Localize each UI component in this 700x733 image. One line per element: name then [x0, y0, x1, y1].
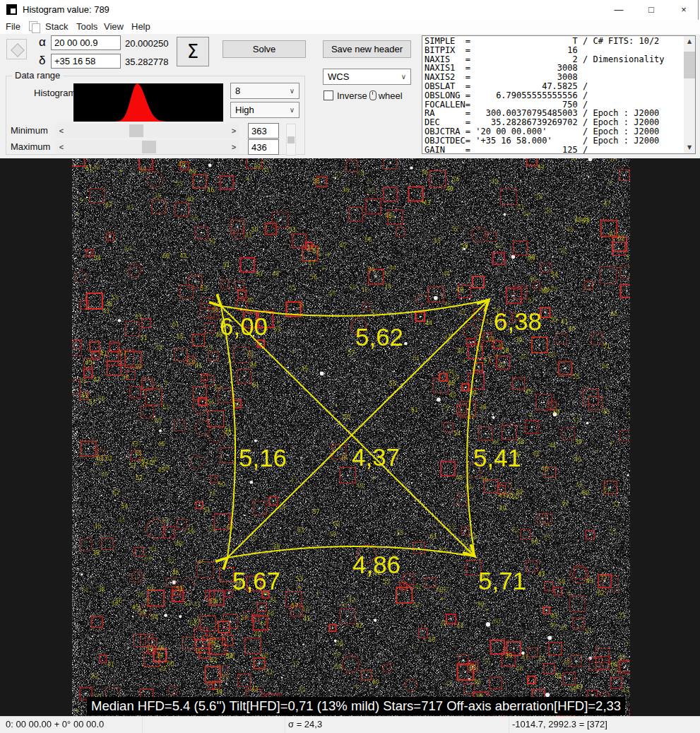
slider-right-arrow-icon[interactable]: > [228, 124, 239, 138]
minimum-value-input[interactable] [248, 123, 279, 139]
minimum-slider-thumb[interactable] [129, 124, 143, 137]
toolbar: α 20.000250 δ 35.282778 Σ Solve Save new… [0, 34, 700, 158]
stack-pages-icon[interactable] [29, 21, 40, 33]
scroll-up-icon[interactable]: ▲ [684, 36, 695, 47]
diamond-icon [11, 43, 25, 57]
delta-label: δ [39, 54, 45, 68]
chevron-down-icon: ∨ [290, 83, 295, 98]
data-range-group-label: Data range [12, 70, 63, 81]
slider-left-arrow-icon[interactable]: < [56, 140, 67, 154]
fits-header-text: SIMPLE = T / C# FITS: 10/2 BITPIX = 16 N… [422, 36, 695, 154]
range-select[interactable]: 8 ∨ [230, 83, 299, 99]
histogram-peak [73, 83, 223, 122]
dec-input[interactable] [51, 54, 121, 69]
chevron-down-icon: ∨ [290, 102, 295, 117]
maximum-slider[interactable]: < > [56, 140, 239, 154]
menu-bar: File Stack Tools View Help [0, 20, 700, 34]
scrollbar-thumb[interactable] [684, 52, 695, 78]
hfd-summary-text: Median HFD=5.4 (5.6'') Tilt[HFD]=0,71 (1… [87, 697, 625, 715]
inverse-wheel-row: Inversewheel [324, 90, 403, 102]
minimum-label: Minimum [11, 125, 48, 136]
maximize-button[interactable]: □ [635, 0, 668, 20]
maximum-slider-thumb[interactable] [142, 141, 156, 153]
alpha-label: α [39, 35, 46, 49]
title-bar[interactable]: Histogram value: 789 — □ × [0, 0, 700, 20]
minimize-button[interactable]: — [603, 0, 635, 20]
status-coordinates: 0: 00 00.00 + 0° 00 00.0 [0, 717, 143, 733]
histogram-label: Histogram: [34, 88, 78, 98]
save-new-header-button[interactable]: Save new header [323, 40, 411, 58]
window-controls: — □ × [603, 0, 700, 20]
status-sigma: σ = 24,3 [285, 717, 509, 733]
histogram-display [73, 83, 223, 122]
dec-degrees: 35.282778 [125, 57, 168, 67]
menu-tools[interactable]: Tools [76, 20, 97, 34]
scroll-down-icon[interactable]: ▼ [684, 142, 695, 153]
wcs-selected-value: WCS [328, 71, 349, 82]
chevron-down-icon: ∨ [401, 69, 406, 84]
sigma-button[interactable]: Σ [177, 37, 209, 66]
fits-scrollbar[interactable]: ▲ ▼ [684, 36, 695, 153]
menu-stack[interactable]: Stack [45, 20, 69, 34]
ra-degrees: 20.000250 [125, 38, 168, 49]
inverse-wheel-label-post: wheel [379, 90, 403, 101]
maximum-label: Maximum [11, 141, 50, 152]
menu-help[interactable]: Help [131, 20, 150, 34]
mouse-icon [369, 90, 376, 100]
ra-input[interactable] [51, 35, 121, 50]
status-spacer [143, 717, 285, 733]
status-position: -1014.7, 2992.3 = [372] [509, 717, 700, 733]
fits-header-panel[interactable]: SIMPLE = T / C# FITS: 10/2 BITPIX = 16 N… [422, 35, 696, 154]
app-icon [6, 4, 17, 15]
wcs-select[interactable]: WCS ∨ [323, 69, 411, 85]
data-range-group: Data range Histogram: 8 ∨ High ∨ Minimum… [6, 76, 305, 155]
application-window: Histogram value: 789 — □ × File Stack To… [0, 0, 700, 733]
menu-view[interactable]: View [104, 20, 124, 34]
navigate-button[interactable] [6, 39, 27, 59]
status-bar: 0: 00 00.00 + 0° 00 00.0 σ = 24,3 -1014.… [0, 716, 700, 733]
range-selected-value: 8 [235, 86, 240, 96]
window-title: Histogram value: 789 [23, 0, 109, 20]
starfield-image[interactable] [0, 158, 700, 716]
maximum-value-input[interactable] [248, 139, 279, 155]
stretch-selected-value: High [235, 105, 254, 115]
inverse-wheel-checkbox[interactable] [324, 90, 333, 100]
menu-file[interactable]: File [6, 20, 20, 34]
image-viewport: 6,005,626,385,164,375,415,674,865,71 [0, 158, 700, 716]
stretch-select[interactable]: High ∨ [230, 102, 299, 118]
spinner-thumb[interactable] [287, 136, 295, 143]
inverse-wheel-label-pre: Inverse [337, 90, 367, 101]
slider-right-arrow-icon[interactable]: > [228, 140, 239, 154]
slider-left-arrow-icon[interactable]: < [56, 124, 67, 138]
stretch-spinner[interactable] [286, 124, 296, 156]
minimum-slider[interactable]: < > [56, 124, 239, 138]
close-button[interactable]: × [668, 0, 700, 20]
solve-button[interactable]: Solve [223, 40, 306, 58]
